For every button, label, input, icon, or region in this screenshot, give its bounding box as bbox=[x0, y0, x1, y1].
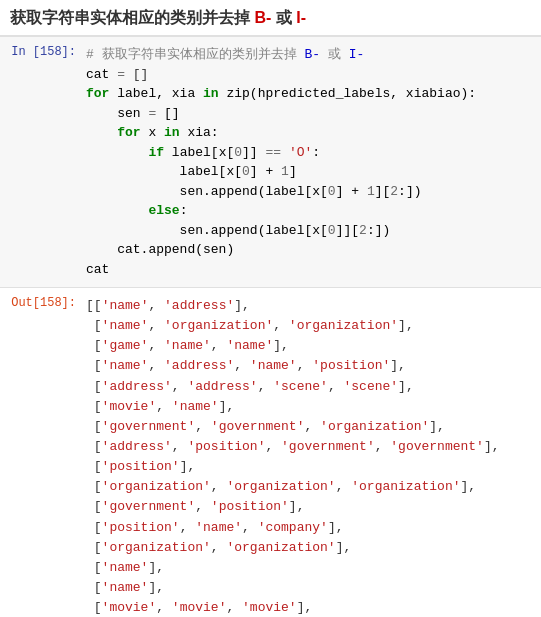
out-line: ['position'], bbox=[86, 457, 533, 477]
out-line: ['movie', 'movie', 'movie'], bbox=[86, 598, 533, 617]
title-separator: 或 bbox=[271, 9, 291, 26]
input-label: In [158]: bbox=[0, 37, 80, 287]
input-cell: In [158]: # 获取字符串实体相应的类别并去掉 B- 或 I- cat … bbox=[0, 36, 541, 288]
code-line: sen = [] bbox=[86, 104, 533, 124]
code-line: cat bbox=[86, 260, 533, 280]
code-line: for x in xia: bbox=[86, 123, 533, 143]
code-line: cat.append(sen) bbox=[86, 240, 533, 260]
out-line: ['name', 'organization', 'organization']… bbox=[86, 316, 533, 336]
title-prefix: 获取字符串实体相应的类别并去掉 bbox=[10, 9, 250, 26]
out-line: ['address', 'position', 'government', 'g… bbox=[86, 437, 533, 457]
out-line: ['position', 'name', 'company'], bbox=[86, 518, 533, 538]
code-line: sen.append(label[x[0] + 1][2:]) bbox=[86, 182, 533, 202]
code-line: cat = [] bbox=[86, 65, 533, 85]
out-line: [['name', 'address'], bbox=[86, 296, 533, 316]
code-line: for label, xia in zip(hpredicted_labels,… bbox=[86, 84, 533, 104]
out-line: ['government', 'position'], bbox=[86, 497, 533, 517]
title-highlight1: B- bbox=[250, 9, 271, 26]
code-line: sen.append(label[x[0]][2:]) bbox=[86, 221, 533, 241]
code-line: else: bbox=[86, 201, 533, 221]
title-bar: 获取字符串实体相应的类别并去掉 B- 或 I- bbox=[0, 0, 541, 36]
out-line: ['organization', 'organization', 'organi… bbox=[86, 477, 533, 497]
output-content: [['name', 'address'], ['name', 'organiza… bbox=[80, 288, 541, 617]
out-line: ['name', 'address', 'name', 'position'], bbox=[86, 356, 533, 376]
input-content: # 获取字符串实体相应的类别并去掉 B- 或 I- cat = [] for l… bbox=[80, 37, 541, 287]
title-highlight2: I- bbox=[292, 9, 306, 26]
out-line: ['organization', 'organization'], bbox=[86, 538, 533, 558]
code-line: # 获取字符串实体相应的类别并去掉 B- 或 I- bbox=[86, 45, 533, 65]
output-cell: Out[158]: [['name', 'address'], ['name',… bbox=[0, 288, 541, 617]
out-line: ['address', 'address', 'scene', 'scene']… bbox=[86, 377, 533, 397]
code-line: label[x[0] + 1] bbox=[86, 162, 533, 182]
code-line: if label[x[0]] == 'O': bbox=[86, 143, 533, 163]
output-label: Out[158]: bbox=[0, 288, 80, 617]
out-line: ['name'], bbox=[86, 558, 533, 578]
out-line: ['game', 'name', 'name'], bbox=[86, 336, 533, 356]
out-line: ['name'], bbox=[86, 578, 533, 598]
out-line: ['government', 'government', 'organizati… bbox=[86, 417, 533, 437]
out-line: ['movie', 'name'], bbox=[86, 397, 533, 417]
page-title: 获取字符串实体相应的类别并去掉 B- 或 I- bbox=[10, 9, 306, 26]
